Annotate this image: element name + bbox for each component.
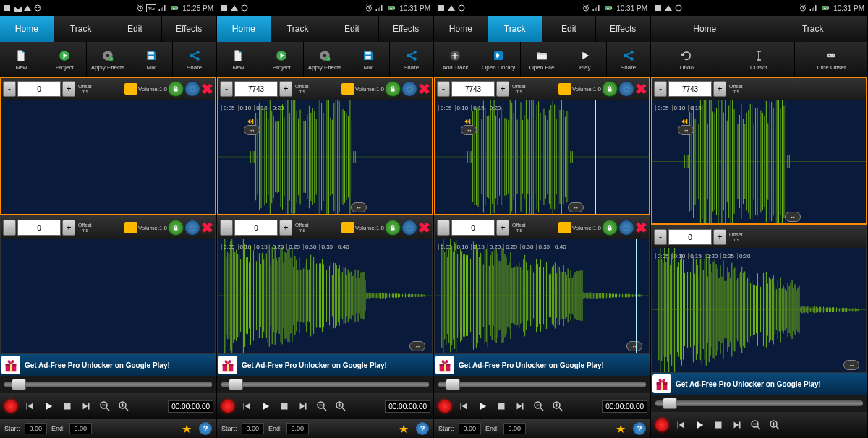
- delete-track-button[interactable]: ✖: [418, 219, 430, 236]
- favorite-button[interactable]: ★: [616, 422, 626, 436]
- playhead[interactable]: [636, 239, 637, 353]
- new-button[interactable]: New: [217, 42, 260, 77]
- seek-track[interactable]: [655, 400, 863, 406]
- track[interactable]: - 0 + Offsetms 0:050:100:150:200:250:30 …: [651, 225, 867, 373]
- ad-banner[interactable]: Get Ad-Free Pro Unlocker on Google Play!: [0, 354, 216, 376]
- trim-start-handle[interactable]: ↔: [678, 125, 694, 135]
- offset-plus-button[interactable]: +: [279, 81, 292, 97]
- delete-track-button[interactable]: ✖: [201, 219, 213, 236]
- lock-button[interactable]: [168, 220, 184, 236]
- lock-button[interactable]: [602, 81, 618, 97]
- apply-effects-button[interactable]: Apply Effects: [87, 42, 130, 77]
- tab-track[interactable]: Track: [271, 16, 326, 42]
- trim-end-handle[interactable]: ↔: [843, 360, 859, 370]
- seek-track[interactable]: [4, 382, 212, 387]
- waveform-area[interactable]: [1, 100, 215, 214]
- time-offset-button[interactable]: Time Offset: [795, 42, 867, 77]
- offset-input[interactable]: 0: [668, 229, 712, 245]
- project-button[interactable]: Project: [43, 42, 87, 77]
- mute-button[interactable]: [558, 83, 571, 95]
- mute-button[interactable]: [124, 222, 137, 233]
- offset-minus-button[interactable]: -: [654, 229, 667, 245]
- zoom-out-button[interactable]: [531, 398, 547, 414]
- waveform-area[interactable]: 0:050:100:150:20 ↔ ↔: [218, 100, 432, 214]
- open-file-button[interactable]: Open File: [521, 42, 564, 77]
- offset-minus-button[interactable]: -: [437, 81, 450, 97]
- waveform-area[interactable]: 0:050:100:15 ↔ ↔: [652, 100, 866, 223]
- collapse-button[interactable]: [618, 220, 634, 236]
- track[interactable]: - 0 + Offsetms Volume:1.0 ✖: [0, 215, 216, 354]
- delete-track-button[interactable]: ✖: [635, 80, 647, 98]
- tab-effects[interactable]: Effects: [596, 16, 650, 42]
- offset-plus-button[interactable]: +: [713, 229, 726, 245]
- seek-track[interactable]: [438, 382, 646, 387]
- trim-end-handle[interactable]: ↔: [785, 212, 801, 222]
- share-button[interactable]: Share: [173, 42, 216, 77]
- tab-home[interactable]: Home: [217, 16, 271, 42]
- apply-effects-button[interactable]: Apply Effects: [304, 42, 347, 77]
- collapse-button[interactable]: [184, 81, 200, 97]
- prev-button[interactable]: [239, 398, 255, 414]
- next-button[interactable]: [78, 398, 94, 414]
- collapse-button[interactable]: [618, 81, 634, 97]
- tab-edit[interactable]: Edit: [542, 16, 597, 42]
- tab-home[interactable]: Home: [0, 16, 54, 42]
- tab-effects[interactable]: Effects: [379, 16, 433, 42]
- zoom-out-button[interactable]: [748, 417, 764, 433]
- offset-minus-button[interactable]: -: [220, 220, 233, 236]
- help-button[interactable]: ?: [199, 422, 212, 435]
- tab-effects[interactable]: Effects: [162, 16, 216, 42]
- zoom-out-button[interactable]: [97, 398, 113, 414]
- offset-minus-button[interactable]: -: [437, 220, 450, 236]
- zoom-out-button[interactable]: [314, 398, 330, 414]
- offset-plus-button[interactable]: +: [62, 220, 75, 236]
- ad-banner[interactable]: Get Ad-Free Pro Unlocker on Google Play!: [434, 354, 650, 376]
- trim-start-handle[interactable]: ↔: [244, 125, 260, 135]
- lock-button[interactable]: [385, 81, 401, 97]
- prev-button[interactable]: [22, 398, 38, 414]
- share-button[interactable]: Share: [390, 42, 433, 77]
- waveform-area[interactable]: 0:050:100:150:200:250:300:350:40 ↔: [218, 239, 432, 353]
- play-button[interactable]: [258, 398, 273, 414]
- undo-button[interactable]: Undo: [651, 42, 723, 77]
- help-button[interactable]: ?: [633, 422, 646, 435]
- track[interactable]: - 0 + Offsetms Volume:1.0 ✖: [0, 77, 216, 215]
- track[interactable]: - 7743 + Offsetms 0:050:100:15 ↔ ↔: [651, 77, 867, 225]
- tab-track[interactable]: Track: [488, 16, 542, 42]
- zoom-in-button[interactable]: [767, 417, 783, 433]
- next-button[interactable]: [295, 398, 311, 414]
- tab-track[interactable]: Track: [760, 16, 868, 42]
- offset-plus-button[interactable]: +: [713, 81, 726, 97]
- lock-button[interactable]: [602, 220, 618, 236]
- open-library-button[interactable]: Open Library: [477, 42, 521, 77]
- next-button[interactable]: [729, 417, 745, 433]
- delete-track-button[interactable]: ✖: [418, 80, 430, 98]
- zoom-in-button[interactable]: [116, 398, 132, 414]
- mute-button[interactable]: [341, 83, 354, 95]
- collapse-button[interactable]: [401, 81, 417, 97]
- lock-button[interactable]: [385, 220, 401, 236]
- tab-home[interactable]: Home: [434, 16, 488, 42]
- prev-button[interactable]: [456, 398, 472, 414]
- offset-plus-button[interactable]: +: [496, 81, 509, 97]
- favorite-button[interactable]: ★: [399, 422, 409, 436]
- offset-input[interactable]: 7743: [451, 81, 495, 97]
- play-button[interactable]: Play: [563, 42, 607, 77]
- stop-button[interactable]: [59, 398, 75, 414]
- offset-minus-button[interactable]: -: [220, 81, 233, 97]
- record-button[interactable]: [654, 417, 670, 433]
- prev-button[interactable]: [673, 417, 689, 433]
- play-button[interactable]: [475, 398, 490, 414]
- add-track-button[interactable]: Add Track: [434, 42, 477, 77]
- offset-plus-button[interactable]: +: [279, 220, 292, 236]
- track[interactable]: - 0 + Offsetms Volume:1.0 ✖ 0:050:100:15…: [434, 215, 650, 354]
- new-button[interactable]: New: [0, 42, 43, 77]
- seek-thumb[interactable]: [12, 379, 26, 390]
- collapse-button[interactable]: [184, 220, 200, 236]
- help-button[interactable]: ?: [416, 422, 429, 435]
- share-button[interactable]: Share: [607, 42, 650, 77]
- offset-input[interactable]: 0: [451, 220, 495, 236]
- seek-thumb[interactable]: [229, 379, 243, 390]
- ad-banner[interactable]: Get Ad-Free Pro Unlocker on Google Play!: [651, 373, 867, 395]
- waveform-area[interactable]: [1, 239, 215, 353]
